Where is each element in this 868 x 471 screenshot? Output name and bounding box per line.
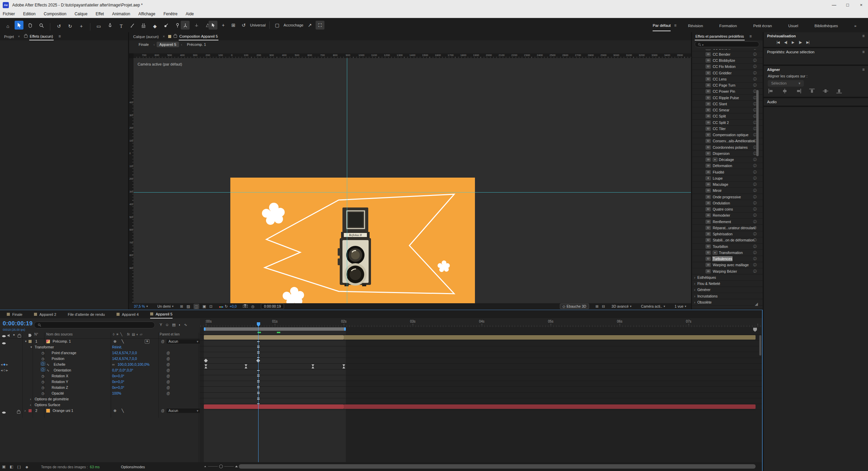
info-icon[interactable]: ⓘ [753, 262, 757, 267]
menu-item[interactable]: Effet [95, 12, 104, 16]
vertical-guide[interactable] [347, 58, 347, 303]
keyframe-navigator[interactable]: ◀◇▶ [1, 367, 12, 373]
effect-category-row[interactable]: › Flou & Netteté [692, 281, 763, 287]
align-top-icon[interactable] [809, 89, 815, 93]
layer-name[interactable]: Orange uni 1 [53, 408, 73, 414]
chevron-right-icon[interactable]: › [30, 402, 31, 408]
keyframe-hourglass[interactable] [312, 366, 314, 368]
effect-category-row[interactable]: › Incrustations [692, 293, 763, 299]
effect-row[interactable]: 32 ▸ Turbulences ⓘ [692, 256, 763, 262]
group-row-surface[interactable]: › Options Surface [0, 402, 200, 408]
effect-row[interactable]: 16 ▸ Ondulation ⓘ [692, 200, 763, 206]
close-button[interactable]: × [854, 0, 868, 10]
pan-behind-tool-icon[interactable]: + [77, 22, 86, 31]
workspace-tab[interactable]: Bibliothèques [815, 20, 838, 31]
brush-tool-icon[interactable] [128, 21, 137, 30]
info-icon[interactable]: ⓘ [753, 170, 757, 175]
timeline-vertical-scrollbar[interactable] [759, 335, 761, 356]
last-frame-button[interactable]: ▶| [807, 40, 809, 44]
info-icon[interactable]: ⓘ [753, 77, 757, 81]
show-snapshot-icon[interactable]: ◎ [251, 304, 254, 309]
property-row-position[interactable]: ◷ Position 142,6,574,7,0,0 @ [0, 356, 200, 362]
snapshot-camera-icon[interactable] [243, 304, 248, 308]
workspace-tab[interactable]: Révision [688, 20, 703, 31]
roto-brush-tool-icon[interactable] [162, 21, 171, 30]
layer-name[interactable]: Précomp. 1 [53, 339, 71, 344]
rotate-gizmo-icon[interactable]: ↺ [239, 21, 248, 30]
workspace-bar-icon[interactable]: ⛶ [316, 21, 324, 30]
extended-viewer-icon[interactable]: ⊟ [602, 304, 605, 309]
effect-row[interactable]: 16 ▸ Renflement ⓘ [692, 219, 763, 225]
chevron-right-icon[interactable]: › [30, 396, 31, 402]
effect-row[interactable]: 32 ▸ CC Griddler ⓘ [692, 70, 763, 76]
chevron-down-icon[interactable]: ▾ [630, 305, 632, 308]
effect-row[interactable]: 32 ▸ Tourbillon ⓘ [692, 243, 763, 250]
effect-row[interactable]: 16 ▸ CC Split ⓘ [692, 113, 763, 120]
exposure-value[interactable]: +0,0 [230, 304, 237, 308]
clone-stamp-tool-icon[interactable] [139, 21, 148, 30]
info-icon[interactable]: ⓘ [753, 163, 757, 168]
property-value[interactable]: 142,6,574,7,0,0 [112, 350, 137, 356]
stopwatch-icon-active[interactable]: ◷ [41, 362, 45, 366]
next-frame-button[interactable]: |▶ [799, 40, 801, 44]
reset-exposure-icon[interactable]: ↻ [225, 304, 228, 309]
property-row-rotation-z[interactable]: ◷ Rotation Z 0x+0,0° @ [0, 385, 200, 391]
selection-follows-icon[interactable] [209, 21, 217, 30]
stopwatch-icon[interactable]: ◷ [41, 385, 45, 391]
info-icon[interactable]: ⓘ [753, 225, 757, 230]
workspace-tab[interactable]: Par défaut [653, 20, 671, 31]
timeline-search-input[interactable] [34, 322, 155, 328]
align-right-icon[interactable] [796, 89, 801, 93]
collapse-chevron-icon[interactable]: ▼ [30, 344, 33, 350]
first-frame-button[interactable]: |◀ [777, 40, 779, 44]
zoom-in-mountain-icon[interactable] [235, 466, 238, 467]
transform-group-row[interactable]: ▼ Transformer Réinit. [0, 344, 200, 350]
effect-row[interactable]: 32 ▸ CC Smear ⓘ [692, 107, 763, 113]
property-value[interactable]: 142,6,574,7,0,0 [112, 356, 137, 362]
close-icon[interactable]: × [163, 35, 165, 38]
graph-icon[interactable]: ∿ [47, 367, 49, 373]
tab-projet[interactable]: Projet [3, 33, 15, 40]
keyframe-hourglass[interactable] [342, 366, 345, 368]
effect-row[interactable]: 16 ▸ Warping avec maillage ⓘ [692, 262, 763, 268]
quality-switch-icon[interactable]: ╲ [122, 408, 124, 414]
effect-row[interactable]: 32 ▸ Quatre coins ⓘ [692, 206, 763, 213]
region-of-interest-icon[interactable]: ▣ [202, 304, 206, 309]
expand-chevron-icon[interactable]: ▼ [24, 339, 27, 344]
tab-composition[interactable]: Composition Appareil 5 [179, 33, 218, 40]
draft-3d-button[interactable]: ◇Ebauche 3D [560, 304, 589, 309]
effect-row[interactable]: 32 ▸ Coordonnées polaires ⓘ [692, 144, 763, 150]
zoom-tool-icon[interactable] [37, 21, 46, 30]
effect-row[interactable]: 16 ▸ CC Slant ⓘ [692, 101, 763, 107]
gizmo-mode-label[interactable]: Universal [250, 23, 266, 27]
effect-row[interactable]: 32 ▸ CC Tiler ⓘ [692, 126, 763, 132]
pixel-aspect-icon[interactable]: ⊡ [209, 304, 212, 309]
info-icon[interactable]: ⓘ [753, 188, 757, 193]
info-icon[interactable]: ⓘ [753, 244, 757, 249]
shy-switch-icon[interactable]: ⊕ [113, 339, 117, 344]
rotation-tool-icon[interactable]: ↺ [54, 22, 63, 31]
panel-resize-icon[interactable]: ◢ [755, 302, 758, 306]
hand-tool-icon[interactable] [26, 21, 35, 30]
property-value[interactable]: 0x+0,0° [112, 379, 124, 385]
effects-panel-title[interactable]: Effets et paramètres prédéfinis [695, 33, 745, 40]
collapse-transform-icon[interactable]: ☀ [145, 339, 149, 344]
effect-row[interactable]: 16 ▸ CC Blobbylize ⓘ [692, 58, 763, 64]
property-value[interactable]: 0x+0,0° [112, 385, 124, 391]
info-icon[interactable]: ⓘ [753, 250, 757, 255]
effect-row[interactable]: 32 ▸ Conserv...ails-Amélioration ⓘ [692, 138, 763, 144]
effects-scrollbar[interactable] [756, 90, 759, 156]
effect-category-row[interactable]: › Obsolète [692, 299, 763, 305]
view-camera-value[interactable]: Caméra acti.. [641, 304, 662, 308]
effect-row[interactable]: 16 ▸ Décalage ⓘ [692, 157, 763, 163]
property-value[interactable]: 0,0°,0,0°,0,0° [112, 367, 133, 373]
position-gizmo-icon[interactable]: + [219, 21, 228, 30]
info-icon[interactable]: ⓘ [753, 49, 757, 51]
info-icon[interactable]: ⓘ [753, 157, 757, 162]
snapping-label[interactable]: Accrochage [284, 23, 303, 27]
pickwhip-icon[interactable]: @ [166, 367, 170, 373]
pen-tool-icon[interactable] [106, 21, 114, 30]
workspace-tab[interactable]: Petit écran [753, 20, 772, 31]
align-center-horizontal-icon[interactable] [782, 89, 787, 93]
chevron-down-icon[interactable]: ▾ [146, 305, 148, 308]
